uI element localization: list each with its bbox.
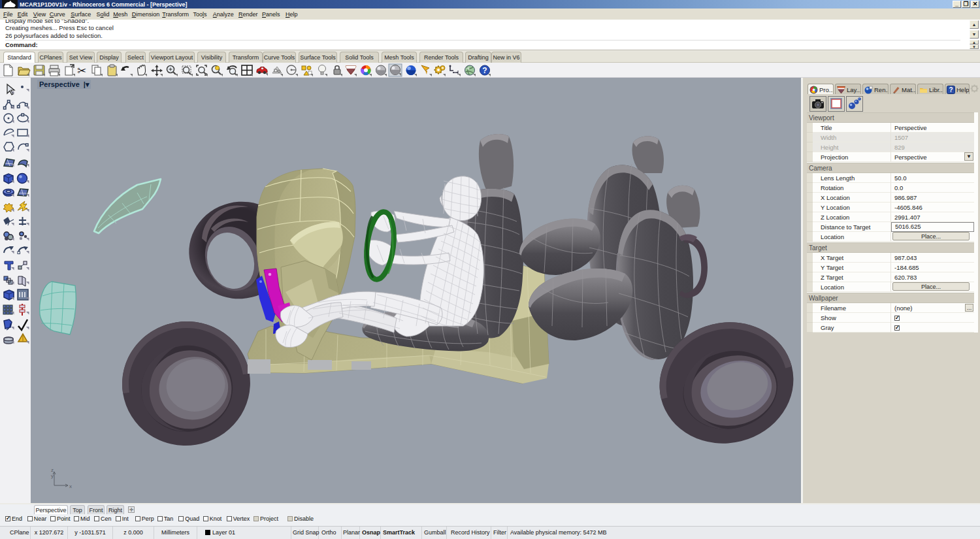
svg-text:✂: ✂: [77, 65, 86, 77]
svg-text:?: ?: [482, 66, 487, 75]
svg-text:y: y: [51, 473, 54, 479]
svg-text:?: ?: [949, 86, 953, 93]
svg-text:z: z: [51, 467, 54, 473]
svg-text:x: x: [69, 483, 72, 489]
